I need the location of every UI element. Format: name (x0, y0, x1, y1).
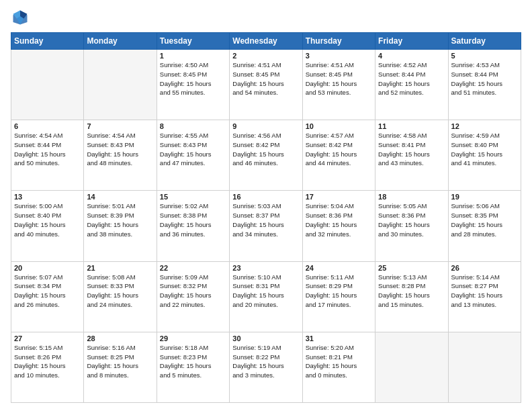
day-number: 4 (378, 52, 445, 60)
day-info: Sunrise: 4:50 AM Sunset: 8:45 PM Dayligh… (160, 60, 226, 97)
day-info: Sunrise: 5:14 AM Sunset: 8:27 PM Dayligh… (451, 273, 518, 310)
weekday-header-row: SundayMondayTuesdayWednesdayThursdayFrid… (11, 33, 521, 50)
weekday-header-friday: Friday (375, 33, 448, 50)
day-info: Sunrise: 5:08 AM Sunset: 8:33 PM Dayligh… (87, 273, 153, 310)
day-info: Sunrise: 4:58 AM Sunset: 8:41 PM Dayligh… (378, 131, 445, 168)
day-info: Sunrise: 5:13 AM Sunset: 8:28 PM Dayligh… (378, 273, 445, 310)
calendar-cell: 17Sunrise: 5:04 AM Sunset: 8:36 PM Dayli… (302, 191, 375, 261)
calendar-cell: 18Sunrise: 5:05 AM Sunset: 8:36 PM Dayli… (375, 191, 448, 261)
calendar-cell (375, 332, 448, 402)
day-number: 13 (14, 193, 81, 201)
calendar-cell: 2Sunrise: 4:51 AM Sunset: 8:45 PM Daylig… (230, 50, 302, 120)
weekday-header-thursday: Thursday (302, 33, 375, 50)
calendar-cell: 23Sunrise: 5:10 AM Sunset: 8:31 PM Dayli… (230, 261, 302, 332)
weekday-header-wednesday: Wednesday (230, 33, 302, 50)
day-info: Sunrise: 5:16 AM Sunset: 8:25 PM Dayligh… (87, 343, 153, 380)
day-number: 14 (87, 193, 153, 201)
calendar-cell: 16Sunrise: 5:03 AM Sunset: 8:37 PM Dayli… (230, 191, 302, 261)
calendar-cell: 31Sunrise: 5:20 AM Sunset: 8:21 PM Dayli… (302, 332, 375, 402)
weekday-header-tuesday: Tuesday (157, 33, 229, 50)
day-number: 6 (14, 122, 81, 130)
day-number: 26 (451, 264, 518, 272)
header (11, 8, 521, 27)
calendar-cell: 1Sunrise: 4:50 AM Sunset: 8:45 PM Daylig… (157, 50, 229, 120)
day-number: 25 (378, 264, 445, 272)
day-number: 17 (306, 193, 372, 201)
day-info: Sunrise: 5:06 AM Sunset: 8:35 PM Dayligh… (451, 201, 518, 238)
day-number: 5 (451, 52, 518, 60)
day-number: 20 (14, 264, 81, 272)
calendar-cell (448, 332, 521, 402)
day-info: Sunrise: 4:54 AM Sunset: 8:43 PM Dayligh… (87, 131, 153, 168)
day-number: 10 (306, 122, 372, 130)
day-info: Sunrise: 5:07 AM Sunset: 8:34 PM Dayligh… (14, 273, 81, 310)
calendar-cell: 11Sunrise: 4:58 AM Sunset: 8:41 PM Dayli… (375, 120, 448, 191)
day-info: Sunrise: 5:05 AM Sunset: 8:36 PM Dayligh… (378, 201, 445, 238)
day-number: 28 (87, 334, 153, 342)
calendar-cell: 22Sunrise: 5:09 AM Sunset: 8:32 PM Dayli… (157, 261, 229, 332)
day-number: 15 (160, 193, 226, 201)
day-info: Sunrise: 5:10 AM Sunset: 8:31 PM Dayligh… (232, 273, 299, 310)
calendar-cell: 6Sunrise: 4:54 AM Sunset: 8:44 PM Daylig… (11, 120, 84, 191)
day-number: 9 (232, 122, 299, 130)
day-number: 30 (232, 334, 299, 342)
day-number: 12 (451, 122, 518, 130)
calendar-cell: 9Sunrise: 4:56 AM Sunset: 8:42 PM Daylig… (230, 120, 302, 191)
day-info: Sunrise: 5:01 AM Sunset: 8:39 PM Dayligh… (87, 201, 153, 238)
day-number: 21 (87, 264, 153, 272)
day-number: 11 (378, 122, 445, 130)
day-number: 29 (160, 334, 226, 342)
day-info: Sunrise: 4:51 AM Sunset: 8:45 PM Dayligh… (306, 60, 372, 97)
week-row-1: 1Sunrise: 4:50 AM Sunset: 8:45 PM Daylig… (11, 50, 521, 120)
day-info: Sunrise: 4:56 AM Sunset: 8:42 PM Dayligh… (232, 131, 299, 168)
day-number: 23 (232, 264, 299, 272)
calendar-cell (84, 50, 157, 120)
calendar-cell (11, 50, 84, 120)
logo-icon (11, 8, 30, 27)
week-row-5: 27Sunrise: 5:15 AM Sunset: 8:26 PM Dayli… (11, 332, 521, 402)
calendar-cell: 24Sunrise: 5:11 AM Sunset: 8:29 PM Dayli… (302, 261, 375, 332)
weekday-header-saturday: Saturday (448, 33, 521, 50)
day-number: 1 (160, 52, 226, 60)
calendar-cell: 26Sunrise: 5:14 AM Sunset: 8:27 PM Dayli… (448, 261, 521, 332)
day-info: Sunrise: 4:57 AM Sunset: 8:42 PM Dayligh… (306, 131, 372, 168)
calendar-cell: 14Sunrise: 5:01 AM Sunset: 8:39 PM Dayli… (84, 191, 157, 261)
calendar-cell: 3Sunrise: 4:51 AM Sunset: 8:45 PM Daylig… (302, 50, 375, 120)
calendar-cell: 30Sunrise: 5:19 AM Sunset: 8:22 PM Dayli… (230, 332, 302, 402)
day-number: 22 (160, 264, 226, 272)
day-number: 18 (378, 193, 445, 201)
day-info: Sunrise: 5:00 AM Sunset: 8:40 PM Dayligh… (14, 201, 81, 238)
calendar-cell: 12Sunrise: 4:59 AM Sunset: 8:40 PM Dayli… (448, 120, 521, 191)
day-number: 19 (451, 193, 518, 201)
day-number: 31 (306, 334, 372, 342)
calendar-cell: 21Sunrise: 5:08 AM Sunset: 8:33 PM Dayli… (84, 261, 157, 332)
calendar-cell: 29Sunrise: 5:18 AM Sunset: 8:23 PM Dayli… (157, 332, 229, 402)
week-row-4: 20Sunrise: 5:07 AM Sunset: 8:34 PM Dayli… (11, 261, 521, 332)
calendar-cell: 7Sunrise: 4:54 AM Sunset: 8:43 PM Daylig… (84, 120, 157, 191)
day-info: Sunrise: 5:03 AM Sunset: 8:37 PM Dayligh… (232, 201, 299, 238)
day-info: Sunrise: 5:20 AM Sunset: 8:21 PM Dayligh… (306, 343, 372, 380)
day-number: 16 (232, 193, 299, 201)
calendar-cell: 13Sunrise: 5:00 AM Sunset: 8:40 PM Dayli… (11, 191, 84, 261)
calendar-table: SundayMondayTuesdayWednesdayThursdayFrid… (11, 32, 521, 403)
day-info: Sunrise: 4:59 AM Sunset: 8:40 PM Dayligh… (451, 131, 518, 168)
day-number: 2 (232, 52, 299, 60)
day-info: Sunrise: 5:11 AM Sunset: 8:29 PM Dayligh… (306, 273, 372, 310)
day-info: Sunrise: 5:02 AM Sunset: 8:38 PM Dayligh… (160, 201, 226, 238)
calendar-cell: 20Sunrise: 5:07 AM Sunset: 8:34 PM Dayli… (11, 261, 84, 332)
day-info: Sunrise: 4:54 AM Sunset: 8:44 PM Dayligh… (14, 131, 81, 168)
calendar-cell: 5Sunrise: 4:53 AM Sunset: 8:44 PM Daylig… (448, 50, 521, 120)
day-number: 24 (306, 264, 372, 272)
calendar-cell: 10Sunrise: 4:57 AM Sunset: 8:42 PM Dayli… (302, 120, 375, 191)
page: SundayMondayTuesdayWednesdayThursdayFrid… (0, 0, 532, 411)
day-number: 3 (306, 52, 372, 60)
calendar-cell: 4Sunrise: 4:52 AM Sunset: 8:44 PM Daylig… (375, 50, 448, 120)
day-info: Sunrise: 5:09 AM Sunset: 8:32 PM Dayligh… (160, 273, 226, 310)
day-info: Sunrise: 5:19 AM Sunset: 8:22 PM Dayligh… (232, 343, 299, 380)
day-info: Sunrise: 5:15 AM Sunset: 8:26 PM Dayligh… (14, 343, 81, 380)
day-info: Sunrise: 4:52 AM Sunset: 8:44 PM Dayligh… (378, 60, 445, 97)
day-number: 27 (14, 334, 81, 342)
day-info: Sunrise: 5:04 AM Sunset: 8:36 PM Dayligh… (306, 201, 372, 238)
weekday-header-monday: Monday (84, 33, 157, 50)
calendar-cell: 27Sunrise: 5:15 AM Sunset: 8:26 PM Dayli… (11, 332, 84, 402)
